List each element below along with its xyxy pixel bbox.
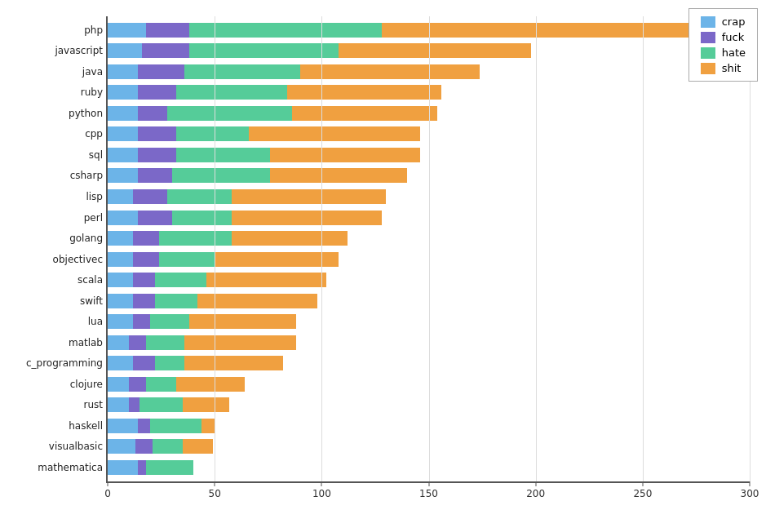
bar-segment-matlab-shit bbox=[184, 335, 295, 350]
bar-segment-sql-hate bbox=[176, 148, 270, 162]
legend-item-shit: shit bbox=[701, 62, 746, 74]
x-tick-line-100 bbox=[321, 481, 322, 486]
bar-label-lua: lua bbox=[5, 316, 103, 327]
bar-segment-java-shit bbox=[300, 64, 480, 79]
bar-segment-php-fuck bbox=[146, 23, 188, 38]
gridline-100 bbox=[321, 16, 322, 481]
bar-segment-csharp-fuck bbox=[138, 168, 172, 183]
chart-container: phpjavascriptjavarubypythoncppsqlcsharpl… bbox=[0, 0, 766, 532]
legend-label-crap: crap bbox=[722, 16, 746, 28]
bar-segment-python-fuck bbox=[138, 106, 168, 121]
bar-label-swift: swift bbox=[5, 295, 103, 307]
bar-segment-clojure-shit bbox=[176, 377, 245, 392]
bar-segment-visualbasic-shit bbox=[183, 439, 213, 454]
bar-segment-javascript-shit bbox=[339, 43, 531, 58]
legend: crapfuckhateshit bbox=[689, 8, 758, 82]
bar-label-haskell: haskell bbox=[5, 420, 103, 432]
x-tick-line-0 bbox=[108, 481, 108, 486]
bar-segment-matlab-hate bbox=[146, 335, 184, 350]
bar-segment-ruby-fuck bbox=[138, 85, 176, 100]
bar-segment-sql-crap bbox=[108, 148, 138, 162]
bar-segment-java-hate bbox=[184, 64, 300, 79]
bar-label-c_programming: c_programming bbox=[5, 357, 103, 369]
bar-segment-csharp-hate bbox=[172, 168, 271, 183]
bar-label-ruby: ruby bbox=[5, 86, 103, 98]
bar-segment-csharp-crap bbox=[108, 168, 138, 183]
bar-segment-ruby-hate bbox=[176, 85, 287, 100]
bar-segment-clojure-hate bbox=[146, 377, 176, 392]
legend-color-crap bbox=[701, 16, 715, 28]
bar-segment-javascript-hate bbox=[189, 43, 339, 58]
bar-label-visualbasic: visualbasic bbox=[5, 441, 103, 452]
bar-segment-rust-shit bbox=[183, 397, 230, 412]
bar-segment-sql-shit bbox=[270, 148, 420, 162]
bar-label-objectivec: objectivec bbox=[5, 254, 103, 265]
bar-segment-javascript-fuck bbox=[142, 43, 189, 58]
bar-segment-mathematica-crap bbox=[108, 460, 138, 475]
bar-segment-cpp-hate bbox=[176, 126, 249, 141]
bar-segment-matlab-fuck bbox=[129, 335, 146, 350]
bar-segment-clojure-crap bbox=[108, 377, 129, 392]
bar-label-rust: rust bbox=[5, 399, 103, 410]
bar-segment-java-fuck bbox=[138, 64, 185, 79]
bar-segment-cpp-fuck bbox=[138, 126, 176, 141]
x-tick-label-200: 200 bbox=[526, 488, 545, 499]
x-tick-label-50: 50 bbox=[209, 488, 221, 499]
bar-segment-golang-crap bbox=[108, 231, 133, 246]
bar-segment-lua-crap bbox=[108, 314, 133, 329]
bar-segment-objectivec-fuck bbox=[133, 252, 158, 267]
bar-segment-perl-hate bbox=[172, 211, 232, 225]
legend-item-fuck: fuck bbox=[701, 31, 746, 43]
bar-segment-objectivec-shit bbox=[215, 252, 339, 267]
bar-segment-rust-fuck bbox=[129, 397, 139, 412]
bar-segment-lua-shit bbox=[189, 314, 296, 329]
gridline-300 bbox=[750, 16, 751, 481]
bar-segment-cpp-crap bbox=[108, 126, 138, 141]
chart-area: phpjavascriptjavarubypythoncppsqlcsharpl… bbox=[106, 16, 750, 483]
bar-segment-lisp-fuck bbox=[133, 189, 167, 204]
legend-color-fuck bbox=[701, 32, 715, 43]
bar-segment-java-crap bbox=[108, 64, 138, 79]
bar-label-perl: perl bbox=[5, 212, 103, 224]
bar-segment-haskell-fuck bbox=[138, 419, 151, 433]
x-tick-line-150 bbox=[428, 481, 429, 486]
bar-label-csharp: csharp bbox=[5, 170, 103, 181]
bar-segment-c_programming-fuck bbox=[133, 356, 154, 370]
bar-segment-visualbasic-crap bbox=[108, 439, 135, 454]
legend-label-hate: hate bbox=[722, 47, 746, 59]
legend-item-hate: hate bbox=[701, 47, 746, 59]
bar-segment-c_programming-shit bbox=[184, 356, 283, 370]
bar-segment-scala-fuck bbox=[133, 273, 154, 287]
x-tick-label-0: 0 bbox=[104, 488, 111, 499]
bar-label-javascript: javascript bbox=[5, 45, 103, 56]
bar-segment-objectivec-crap bbox=[108, 252, 133, 267]
bar-segment-perl-fuck bbox=[138, 211, 172, 225]
x-tick-line-300 bbox=[750, 481, 751, 486]
bar-segment-ruby-crap bbox=[108, 85, 138, 100]
bar-label-golang: golang bbox=[5, 233, 103, 244]
bar-label-lisp: lisp bbox=[5, 191, 103, 202]
x-axis: 050100150200250300 bbox=[108, 481, 750, 506]
bar-segment-scala-shit bbox=[206, 273, 326, 287]
bar-segment-golang-fuck bbox=[133, 231, 158, 246]
legend-color-shit bbox=[701, 63, 715, 74]
bar-segment-objectivec-hate bbox=[159, 252, 215, 267]
x-tick-label-250: 250 bbox=[633, 488, 652, 499]
bar-segment-rust-hate bbox=[139, 397, 182, 412]
bar-segment-haskell-shit bbox=[201, 419, 215, 433]
x-tick-label-300: 300 bbox=[741, 488, 759, 499]
gridline-150 bbox=[429, 16, 430, 481]
legend-color-hate bbox=[701, 47, 715, 59]
bar-segment-golang-hate bbox=[159, 231, 232, 246]
legend-item-crap: crap bbox=[701, 16, 746, 28]
bar-segment-scala-crap bbox=[108, 273, 133, 287]
x-tick-line-200 bbox=[535, 481, 536, 486]
bar-label-sql: sql bbox=[5, 149, 103, 161]
bar-segment-perl-crap bbox=[108, 211, 138, 225]
bar-segment-python-crap bbox=[108, 106, 138, 121]
bar-segment-perl-shit bbox=[232, 211, 382, 225]
bar-segment-javascript-crap bbox=[108, 43, 142, 58]
bar-segment-ruby-shit bbox=[287, 85, 441, 100]
bar-segment-python-hate bbox=[167, 106, 291, 121]
gridline-250 bbox=[643, 16, 644, 481]
